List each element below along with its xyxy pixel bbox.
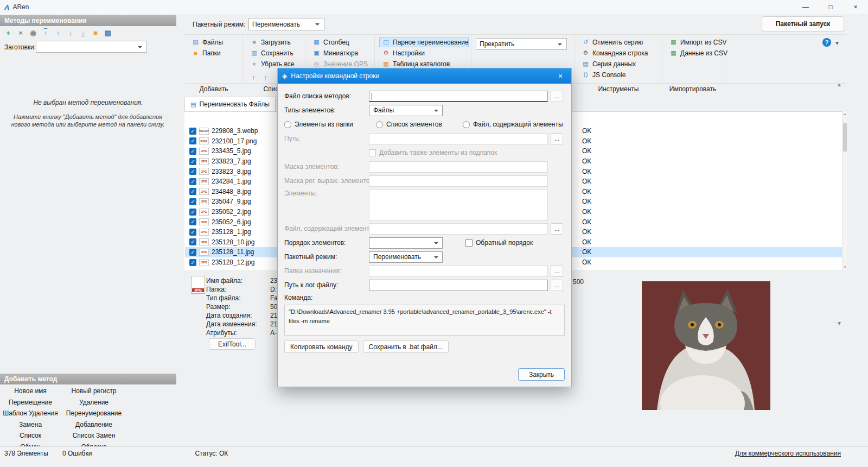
method-file-browse-button[interactable]: ... <box>551 91 563 102</box>
maximize-icon[interactable]: □ <box>818 0 843 14</box>
info-label: Дата изменения: <box>206 320 270 329</box>
log-path-browse-button[interactable]: ... <box>551 280 563 291</box>
move-files-top-icon[interactable]: ↑ <box>250 74 257 81</box>
method-file-input[interactable] <box>369 91 548 102</box>
toolbar-item-folders[interactable]: ■Папки <box>189 48 240 58</box>
checkbox-checked-icon[interactable]: ✓ <box>189 259 196 266</box>
item-types-label: Типы элементов: <box>284 105 369 116</box>
error-cell: OK <box>575 126 842 136</box>
checkbox-checked-icon[interactable]: ✓ <box>189 137 196 144</box>
radio-items-from-folder[interactable] <box>284 121 291 128</box>
expand-panel-icon[interactable]: ▾ <box>838 319 841 327</box>
checkbox-checked-icon[interactable]: ✓ <box>189 128 196 135</box>
items-textarea <box>369 189 548 220</box>
move-files-up-icon[interactable]: ↑ <box>261 74 269 81</box>
cat-photo <box>642 281 770 410</box>
checkbox-checked-icon[interactable]: ✓ <box>189 168 196 175</box>
dialog-batch-mode-label: Пакетный режим: <box>284 251 369 263</box>
method-button[interactable]: Замена <box>0 419 61 431</box>
move-method-up-icon[interactable]: ↑ <box>53 28 63 37</box>
copy-command-button[interactable]: Копировать команду <box>284 340 359 353</box>
toolbar-item-js-console[interactable]: ⟨⟩JS Console <box>579 70 660 80</box>
toolbar-item-command-line[interactable]: ⚙Командная строка <box>579 48 660 58</box>
checkbox-checked-icon[interactable]: ✓ <box>189 188 196 195</box>
toolbar-item-undo-batch[interactable]: ↺Отменить серию <box>579 37 660 47</box>
toolbar-item-thumbnail[interactable]: ▣Миниатюра <box>310 48 372 58</box>
method-button[interactable]: Новый регистр <box>61 386 127 397</box>
checkbox-checked-icon[interactable]: ✓ <box>189 198 196 205</box>
checkbox-checked-icon[interactable]: ✓ <box>189 238 196 245</box>
minimize-icon[interactable]: — <box>793 0 818 14</box>
stop-select[interactable]: Прекратить <box>476 38 567 50</box>
checkbox-checked-icon[interactable]: ✓ <box>189 158 196 165</box>
save-presets-icon[interactable]: ▥ <box>103 28 113 37</box>
checkbox-checked-icon[interactable]: ✓ <box>189 209 196 216</box>
license-link[interactable]: Для коммерческого использования <box>735 450 841 457</box>
radio-items-list[interactable] <box>376 121 383 128</box>
exiftool-button[interactable]: ExifTool... <box>209 338 256 350</box>
batch-start-button[interactable]: Пакетный запуск <box>762 16 844 31</box>
method-file-label: Файл списка методов: <box>284 91 369 102</box>
comment-icon[interactable]: ◉ <box>28 28 39 37</box>
method-button[interactable]: Удаление <box>61 397 127 408</box>
toolbar-item-load-list[interactable]: ≡Загрузить <box>247 37 303 47</box>
radio-file-label: Файл, содержащий элементы <box>473 121 563 128</box>
thumbnail-icon: ▣ <box>313 49 320 56</box>
toolbar-item-data-series[interactable]: ▤Серия данных <box>579 59 660 69</box>
method-button[interactable]: Новое имя <box>0 386 61 397</box>
status-bar: 378 Элементы 0 Ошибки Статус: ОК Для ком… <box>0 446 868 467</box>
toolbar-item-save-list[interactable]: ▥Сохранить <box>247 48 303 58</box>
checkbox-checked-icon[interactable]: ✓ <box>189 148 196 155</box>
move-method-down-icon[interactable]: ↓ <box>65 28 76 37</box>
scroll-up-icon[interactable]: ▴ <box>843 112 847 116</box>
tab-rename-files[interactable]: ▤ Переименовать Файлы <box>184 97 276 111</box>
scrollbar-thumb[interactable] <box>843 123 847 152</box>
batch-mode-select[interactable]: Переименовать <box>248 18 324 30</box>
toolbar-item-settings[interactable]: ⚙Настройки <box>379 48 469 58</box>
order-select[interactable] <box>369 237 443 249</box>
close-icon[interactable]: × <box>843 0 868 14</box>
scroll-down-icon[interactable]: ▾ <box>843 265 847 269</box>
presets-combo[interactable] <box>36 41 147 53</box>
method-button[interactable]: Список Замен <box>61 430 127 441</box>
toolbar-item-pair-rename[interactable]: ◫Парное переименование <box>379 37 469 47</box>
toolbar-item-import-csv[interactable]: ▦Импорт из CSV <box>667 37 720 47</box>
add-method-icon[interactable]: + <box>3 28 14 37</box>
toolbar-item-label: Сохранить <box>261 49 293 57</box>
dialog-titlebar[interactable]: ◈ Настройки командной строки × <box>278 68 571 84</box>
checkbox-checked-icon[interactable]: ✓ <box>189 229 196 236</box>
checkbox-checked-icon[interactable]: ✓ <box>189 218 196 225</box>
save-bat-button[interactable]: Сохранить в .bat файл... <box>363 340 449 353</box>
toolbar-item-label: Столбец <box>323 39 349 46</box>
subfolders-checkbox <box>369 149 376 156</box>
move-method-top-icon[interactable]: ↑ <box>40 28 51 37</box>
file-type-icon: JPG <box>199 168 209 175</box>
dialog-batch-mode-select[interactable]: Переименовать <box>369 251 443 263</box>
radio-items-file[interactable] <box>463 121 470 128</box>
checkbox-checked-icon[interactable]: ✓ <box>189 178 196 185</box>
log-path-input[interactable] <box>369 280 548 291</box>
item-types-select[interactable]: Файлы <box>369 105 443 116</box>
open-presets-icon[interactable]: ■ <box>90 28 101 37</box>
method-button[interactable]: Шаблон Удаления <box>0 408 61 419</box>
error-cell: OK <box>575 187 842 197</box>
toolbar-item-label: Значение GPS <box>323 60 368 68</box>
checkbox-checked-icon[interactable]: ✓ <box>189 249 196 256</box>
toolbar-item-files[interactable]: ▤Файлы <box>189 37 240 47</box>
toolbar-item-column[interactable]: ▦Столбец <box>310 37 372 47</box>
file-type-icon: JPG <box>199 229 209 236</box>
method-button[interactable]: Перемещение <box>0 397 61 408</box>
remove-method-icon[interactable]: × <box>15 28 26 37</box>
method-button[interactable]: Перенумерование <box>61 408 127 419</box>
dialog-close-icon[interactable]: × <box>550 68 571 84</box>
save-list-icon: ▥ <box>251 49 258 56</box>
move-method-bottom-icon[interactable]: ↓ <box>78 28 88 37</box>
toolbar-item-csv-data[interactable]: ▦Данные из CSV <box>667 48 720 58</box>
reverse-order-checkbox[interactable] <box>465 239 473 247</box>
method-button[interactable]: Добавление <box>61 419 127 431</box>
method-button[interactable]: Список <box>0 430 61 441</box>
toolbar-item-label: Убрать все <box>261 60 294 68</box>
file-name: 234848_8.jpg <box>212 188 251 195</box>
dialog-close-button[interactable]: Закрыть <box>518 368 565 381</box>
list-scrollbar[interactable]: ▴ ▾ <box>842 111 847 270</box>
